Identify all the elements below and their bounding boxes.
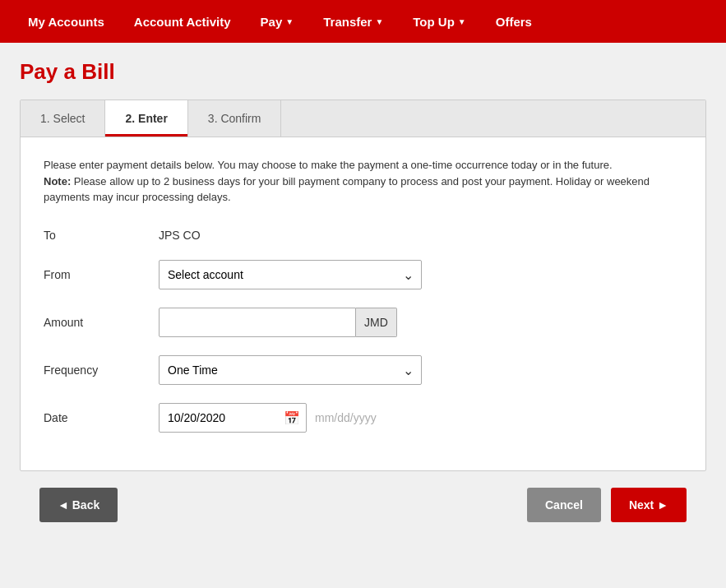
nav-transfer[interactable]: Transfer ▼	[308, 15, 398, 29]
cancel-button[interactable]: Cancel	[527, 488, 601, 522]
frequency-select-wrapper: One Time ⌄	[159, 355, 422, 385]
tabs-header: 1. Select 2. Enter 3. Confirm	[21, 100, 705, 137]
from-select[interactable]: Select account	[159, 260, 422, 289]
footer-buttons: ◄ Back Cancel Next ►	[20, 471, 706, 539]
tab-enter[interactable]: 2. Enter	[105, 100, 187, 137]
nav-transfer-chevron-icon: ▼	[375, 17, 383, 26]
info-text: Please enter payment details below. You …	[44, 157, 682, 206]
tabs-container: 1. Select 2. Enter 3. Confirm Please ent…	[20, 100, 706, 471]
form-row-frequency: Frequency One Time ⌄	[44, 355, 682, 385]
nav-pay-chevron-icon: ▼	[285, 17, 294, 26]
nav-account-activity-label: Account Activity	[134, 15, 231, 29]
date-wrapper: 📅 mm/dd/yyyy	[159, 403, 377, 433]
page-title: Pay a Bill	[20, 59, 706, 85]
to-label: To	[44, 229, 159, 242]
nav-my-accounts-label: My Accounts	[28, 15, 104, 29]
frequency-label: Frequency	[44, 363, 159, 377]
form-row-amount: Amount JMD	[44, 308, 682, 337]
amount-input[interactable]	[159, 308, 356, 337]
info-note-label: Note:	[44, 175, 71, 188]
date-input-container: 📅	[159, 403, 307, 433]
next-button[interactable]: Next ►	[611, 488, 687, 522]
tab-select[interactable]: 1. Select	[21, 100, 105, 137]
navbar: My Accounts Account Activity Pay ▼ Trans…	[0, 0, 726, 43]
tab-confirm[interactable]: 3. Confirm	[188, 100, 282, 137]
nav-pay-label: Pay	[261, 15, 283, 29]
form-row-date: Date 📅 mm/dd/yyyy	[44, 403, 682, 433]
amount-currency: JMD	[356, 308, 397, 337]
nav-top-up-chevron-icon: ▼	[458, 17, 466, 26]
form-area: Please enter payment details below. You …	[21, 137, 705, 470]
right-buttons-group: Cancel Next ►	[527, 488, 687, 522]
info-main-text: Please enter payment details below. You …	[44, 159, 613, 171]
page-content: Pay a Bill 1. Select 2. Enter 3. Confirm…	[0, 43, 726, 588]
nav-account-activity[interactable]: Account Activity	[119, 15, 246, 29]
info-note-text: Please allow up to 2 business days for y…	[44, 175, 650, 204]
amount-wrapper: JMD	[159, 308, 397, 337]
nav-top-up-label: Top Up	[413, 15, 455, 29]
nav-offers-label: Offers	[496, 15, 532, 29]
back-button[interactable]: ◄ Back	[39, 488, 118, 522]
tab-select-label: 1. Select	[40, 112, 85, 125]
nav-transfer-label: Transfer	[323, 15, 372, 29]
nav-top-up[interactable]: Top Up ▼	[398, 15, 480, 29]
nav-offers[interactable]: Offers	[481, 15, 547, 29]
date-placeholder: mm/dd/yyyy	[315, 411, 377, 424]
tab-enter-label: 2. Enter	[125, 112, 167, 125]
from-select-wrapper: Select account ⌄	[159, 260, 422, 289]
to-value: JPS CO	[159, 229, 682, 242]
date-label: Date	[44, 411, 159, 424]
date-input[interactable]	[159, 403, 307, 433]
form-row-to: To JPS CO	[44, 229, 682, 242]
tab-confirm-label: 3. Confirm	[208, 112, 261, 125]
frequency-select[interactable]: One Time	[159, 355, 422, 385]
nav-my-accounts[interactable]: My Accounts	[13, 15, 119, 29]
from-label: From	[44, 268, 159, 281]
form-row-from: From Select account ⌄	[44, 260, 682, 289]
amount-label: Amount	[44, 316, 159, 329]
nav-pay[interactable]: Pay ▼	[246, 15, 309, 29]
